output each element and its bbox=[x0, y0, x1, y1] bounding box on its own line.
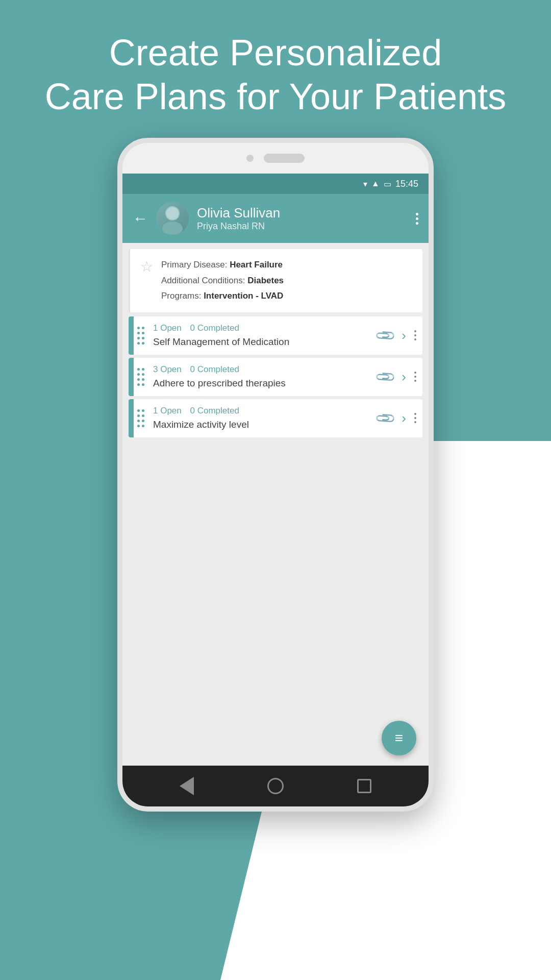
chevron-right-icon[interactable]: › bbox=[402, 369, 406, 385]
phone-camera bbox=[246, 155, 254, 162]
primary-disease-label: Primary Disease: bbox=[161, 260, 230, 270]
item-status: 1 Open 0 Completed bbox=[153, 323, 366, 333]
wifi-icon: ▾ bbox=[363, 179, 367, 189]
phone-top-sensors bbox=[122, 143, 429, 174]
item-title: Maximize activity level bbox=[153, 419, 366, 430]
favorite-star-icon[interactable]: ☆ bbox=[140, 258, 153, 275]
chevron-right-icon[interactable]: › bbox=[402, 410, 406, 426]
primary-disease-value: Heart Failure bbox=[230, 260, 283, 270]
completed-count: 0 Completed bbox=[190, 406, 239, 415]
open-count: 1 Open bbox=[153, 323, 182, 333]
patient-info-card: ☆ Primary Disease: Heart Failure Additio… bbox=[129, 249, 422, 312]
item-title: Self Management of Medication bbox=[153, 336, 366, 348]
item-status: 1 Open 0 Completed bbox=[153, 406, 366, 416]
header-line2: Care Plans for Your Patients bbox=[31, 75, 520, 118]
nav-home-button[interactable] bbox=[267, 778, 284, 794]
fab-icon: ≡ bbox=[395, 731, 403, 745]
primary-disease-row: Primary Disease: Heart Failure bbox=[161, 257, 284, 273]
status-time: 15:45 bbox=[395, 179, 418, 189]
care-plan-item: 1 Open 0 Completed Maximize activity lev… bbox=[129, 399, 422, 437]
patient-avatar bbox=[156, 202, 189, 235]
attachment-icon[interactable]: 📎 bbox=[374, 324, 397, 347]
completed-count: 0 Completed bbox=[190, 323, 239, 333]
svg-point-1 bbox=[162, 222, 183, 235]
svg-point-2 bbox=[166, 207, 179, 219]
drag-handle[interactable] bbox=[134, 316, 148, 355]
additional-conditions-label: Additional Conditions: bbox=[161, 276, 247, 285]
patient-info: Olivia Sullivan Priya Nashal RN bbox=[197, 205, 408, 232]
status-bar: ▾ ▲ ▭ 15:45 bbox=[122, 174, 429, 194]
care-plan-item: 3 Open 0 Completed Adhere to prescribed … bbox=[129, 358, 422, 396]
item-title: Adhere to prescribed therapies bbox=[153, 378, 366, 389]
phone-frame: ▾ ▲ ▭ 15:45 ← Olivia Sullivan Pri bbox=[117, 138, 434, 812]
app-screen: ▾ ▲ ▭ 15:45 ← Olivia Sullivan Pri bbox=[122, 174, 429, 766]
item-more-button[interactable] bbox=[414, 413, 416, 423]
attachment-icon[interactable]: 📎 bbox=[374, 365, 397, 388]
header-more-button[interactable] bbox=[416, 213, 418, 225]
attachment-icon[interactable]: 📎 bbox=[374, 407, 397, 430]
drag-handle[interactable] bbox=[134, 358, 148, 396]
item-content: 1 Open 0 Completed Maximize activity lev… bbox=[148, 400, 371, 436]
app-content: ☆ Primary Disease: Heart Failure Additio… bbox=[122, 243, 429, 766]
drag-handle[interactable] bbox=[134, 399, 148, 437]
item-left-bar bbox=[129, 316, 134, 355]
care-plan-list: 1 Open 0 Completed Self Management of Me… bbox=[122, 316, 429, 437]
open-count: 1 Open bbox=[153, 406, 182, 415]
back-button[interactable]: ← bbox=[133, 210, 148, 227]
item-content: 3 Open 0 Completed Adhere to prescribed … bbox=[148, 358, 371, 395]
programs-value: Intervention - LVAD bbox=[204, 291, 283, 301]
item-more-button[interactable] bbox=[414, 330, 416, 340]
header-line1: Create Personalized bbox=[31, 31, 520, 75]
item-more-button[interactable] bbox=[414, 372, 416, 382]
fab-button[interactable]: ≡ bbox=[382, 721, 416, 755]
signal-icon: ▲ bbox=[371, 179, 380, 188]
app-header: ← Olivia Sullivan Priya Nashal RN bbox=[122, 194, 429, 243]
additional-conditions-value: Diabetes bbox=[247, 276, 284, 285]
patient-name: Olivia Sullivan bbox=[197, 205, 408, 221]
navigation-bar bbox=[122, 766, 429, 806]
item-status: 3 Open 0 Completed bbox=[153, 364, 366, 375]
programs-row: Programs: Intervention - LVAD bbox=[161, 288, 284, 304]
care-plan-item: 1 Open 0 Completed Self Management of Me… bbox=[129, 316, 422, 355]
item-actions: 📎 › bbox=[371, 410, 422, 426]
patient-details: Primary Disease: Heart Failure Additiona… bbox=[161, 257, 284, 304]
item-content: 1 Open 0 Completed Self Management of Me… bbox=[148, 317, 371, 354]
avatar-initials bbox=[156, 202, 189, 235]
nav-back-button[interactable] bbox=[180, 777, 194, 795]
completed-count: 0 Completed bbox=[190, 364, 239, 374]
nav-recent-button[interactable] bbox=[357, 779, 371, 793]
additional-conditions-row: Additional Conditions: Diabetes bbox=[161, 273, 284, 289]
item-left-bar bbox=[129, 399, 134, 437]
battery-icon: ▭ bbox=[384, 179, 391, 189]
item-actions: 📎 › bbox=[371, 328, 422, 344]
phone-speaker bbox=[264, 154, 305, 163]
item-actions: 📎 › bbox=[371, 369, 422, 385]
chevron-right-icon[interactable]: › bbox=[402, 328, 406, 344]
programs-label: Programs: bbox=[161, 291, 204, 301]
nurse-name: Priya Nashal RN bbox=[197, 221, 408, 232]
item-left-bar bbox=[129, 358, 134, 396]
header-text: Create Personalized Care Plans for Your … bbox=[0, 31, 551, 119]
open-count: 3 Open bbox=[153, 364, 182, 374]
